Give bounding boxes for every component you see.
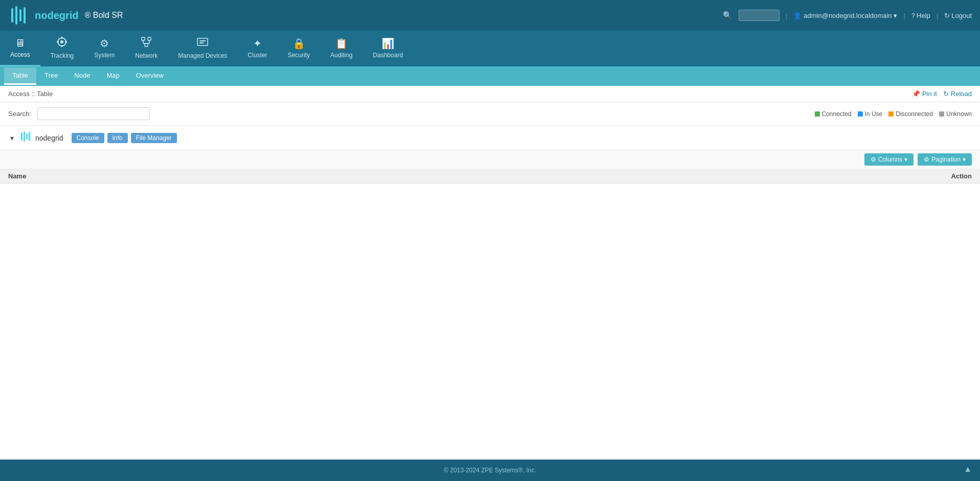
svg-rect-19 xyxy=(199,42,204,43)
subnav-overview[interactable]: Overview xyxy=(128,67,172,85)
file-manager-button[interactable]: File Manager xyxy=(131,133,177,143)
top-navigation: nodegrid ® Bold SR 🔍 | 👤 admin@nodegrid.… xyxy=(0,0,980,31)
nav-label-dashboard: Dashboard xyxy=(373,52,403,59)
nav-item-dashboard[interactable]: 📊 Dashboard xyxy=(363,31,413,66)
subnav-tree[interactable]: Tree xyxy=(36,67,66,85)
svg-rect-10 xyxy=(142,37,145,40)
nav-item-security[interactable]: 🔒 Security xyxy=(277,31,320,66)
user-icon: 👤 xyxy=(793,12,801,19)
reload-button[interactable]: ↻ Reload xyxy=(943,90,972,98)
breadcrumb-actions: 📌 Pin it ↻ Reload xyxy=(912,90,972,98)
logout-link[interactable]: ↻ Logout xyxy=(944,12,972,19)
footer-wrapper: © 2013-2024 ZPE Systems®, Inc. ▲ xyxy=(0,460,980,481)
column-header-action: Action xyxy=(931,172,972,180)
nav-item-access[interactable]: 🖥 Access xyxy=(0,31,40,66)
main-navigation: 🖥 Access Tracking ⚙ System Network Manag… xyxy=(0,31,980,66)
legend-unknown: Unknown xyxy=(939,110,972,118)
subnav-map[interactable]: Map xyxy=(98,67,127,85)
reload-label: Reload xyxy=(951,90,972,98)
managed-devices-icon xyxy=(197,36,208,50)
pin-icon: 📌 xyxy=(912,90,920,98)
nav-label-access: Access xyxy=(10,51,30,58)
logo-area: nodegrid ® Bold SR xyxy=(8,4,123,27)
admin-dropdown-icon: ▾ xyxy=(894,12,897,19)
admin-user-link[interactable]: 👤 admin@nodegrid.localdomain ▾ xyxy=(793,12,897,19)
logout-label: Logout xyxy=(951,12,972,19)
access-icon: 🖥 xyxy=(15,37,25,49)
svg-rect-1 xyxy=(15,6,17,25)
svg-rect-20 xyxy=(21,132,23,141)
breadcrumb: Access :: Table xyxy=(8,90,53,98)
svg-rect-12 xyxy=(145,43,148,47)
svg-point-5 xyxy=(60,40,63,43)
nav-label-system: System xyxy=(94,52,115,59)
scroll-top-button[interactable]: ▲ xyxy=(964,465,972,474)
inuse-dot xyxy=(858,111,863,117)
nav-label-cluster: Cluster xyxy=(248,52,267,59)
nav-item-system[interactable]: ⚙ System xyxy=(84,31,125,66)
help-link[interactable]: ? Help xyxy=(911,12,930,19)
console-button[interactable]: Console xyxy=(72,133,104,143)
svg-rect-22 xyxy=(26,133,28,140)
pin-label: Pin it xyxy=(922,90,937,98)
app-product: ® Bold SR xyxy=(85,11,123,20)
svg-rect-11 xyxy=(148,37,151,40)
table-header: Name Action xyxy=(0,169,980,184)
status-legend: Connected In Use Disconnected Unknown xyxy=(815,110,972,118)
table-empty-area xyxy=(0,184,980,388)
collapse-button[interactable]: ▾ xyxy=(8,133,16,143)
unknown-label: Unknown xyxy=(946,110,972,118)
top-search-input[interactable] xyxy=(739,10,779,21)
svg-rect-0 xyxy=(11,8,13,22)
legend-disconnected: Disconnected xyxy=(888,110,933,118)
node-header: ▾ nodegrid Console Info File Manager xyxy=(8,131,972,145)
system-icon: ⚙ xyxy=(100,37,109,50)
main-content: Access :: Table 📌 Pin it ↻ Reload Search… xyxy=(0,86,980,460)
nav-item-managed-devices[interactable]: Managed Devices xyxy=(168,31,237,66)
info-button[interactable]: Info xyxy=(107,133,128,143)
auditing-icon: 📋 xyxy=(335,37,348,50)
search-label: Search: xyxy=(8,110,31,118)
table-area: Search: Connected In Use Disconnected xyxy=(0,102,980,460)
svg-rect-18 xyxy=(199,40,206,41)
copyright-text: © 2013-2024 ZPE Systems®, Inc. xyxy=(444,467,536,474)
svg-rect-2 xyxy=(19,9,21,21)
app-name: nodegrid xyxy=(35,10,79,21)
disconnected-dot xyxy=(888,111,894,117)
nav-label-managed-devices: Managed Devices xyxy=(178,52,227,59)
top-search-icon-button[interactable]: 🔍 xyxy=(723,11,732,20)
separator2: | xyxy=(903,12,905,19)
svg-rect-3 xyxy=(24,7,26,24)
pagination-button[interactable]: ⚙ Pagination ▾ xyxy=(918,153,972,166)
legend-connected: Connected xyxy=(815,110,852,118)
help-label: Help xyxy=(917,12,930,19)
svg-rect-21 xyxy=(24,131,25,142)
nav-item-network[interactable]: Network xyxy=(125,31,168,66)
nav-label-tracking: Tracking xyxy=(51,52,74,59)
pagination-dropdown-icon: ▾ xyxy=(963,156,966,163)
nav-item-cluster[interactable]: ✦ Cluster xyxy=(237,31,277,66)
columns-button[interactable]: ⚙ Columns ▾ xyxy=(864,153,914,166)
search-input[interactable] xyxy=(37,107,150,120)
inuse-label: In Use xyxy=(865,110,883,118)
help-icon: ? xyxy=(911,12,915,19)
node-logo-icon xyxy=(20,131,31,145)
columns-label: Columns xyxy=(878,156,902,163)
dashboard-icon: 📊 xyxy=(382,37,394,50)
nav-item-tracking[interactable]: Tracking xyxy=(40,31,84,66)
node-name: nodegrid xyxy=(35,134,63,142)
columns-icon: ⚙ xyxy=(871,156,876,163)
admin-username: admin@nodegrid.localdomain xyxy=(804,12,892,19)
pin-button[interactable]: 📌 Pin it xyxy=(912,90,937,98)
top-right-area: 🔍 | 👤 admin@nodegrid.localdomain ▾ | ? H… xyxy=(723,10,972,21)
pagination-label: Pagination xyxy=(931,156,961,163)
subnav-node[interactable]: Node xyxy=(66,67,98,85)
unknown-dot xyxy=(939,111,944,117)
nav-item-auditing[interactable]: 📋 Auditing xyxy=(320,31,363,66)
subnav-table[interactable]: Table xyxy=(4,67,36,85)
column-header-name: Name xyxy=(8,172,931,180)
connected-label: Connected xyxy=(822,110,852,118)
node-section: ▾ nodegrid Console Info File Manager xyxy=(0,126,980,150)
table-controls: ⚙ Columns ▾ ⚙ Pagination ▾ xyxy=(0,150,980,169)
breadcrumb-bar: Access :: Table 📌 Pin it ↻ Reload xyxy=(0,86,980,102)
